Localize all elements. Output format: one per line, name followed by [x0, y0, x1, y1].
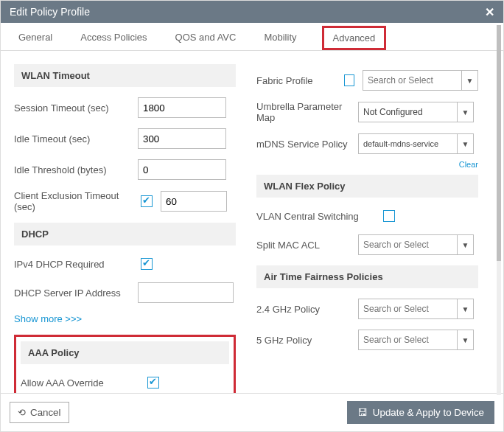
section-wlan-timeout: WLAN Timeout [14, 64, 236, 87]
close-icon[interactable]: ✕ [485, 5, 494, 19]
session-timeout-label: Session Timeout (sec) [14, 102, 132, 114]
aaa-override-checkbox[interactable] [147, 377, 159, 389]
fabric-profile-dropdown-icon[interactable]: ▼ [462, 70, 478, 91]
section-wlan-flex: WLAN Flex Policy [256, 175, 478, 198]
apply-button[interactable]: 🖫 Update & Apply to Device [347, 401, 494, 424]
dhcp-server-input[interactable] [138, 282, 234, 303]
cancel-button[interactable]: ⟲ Cancel [10, 402, 69, 423]
scrollbar-thumb[interactable] [497, 25, 501, 261]
fabric-profile-checkbox[interactable] [344, 74, 354, 86]
ipv4-dhcp-checkbox[interactable] [141, 258, 153, 270]
window-title: Edit Policy Profile [10, 6, 90, 18]
fabric-profile-label: Fabric Profile [256, 75, 335, 86]
idle-timeout-label: Idle Timeout (sec) [14, 133, 132, 144]
titlebar: Edit Policy Profile ✕ [1, 1, 503, 23]
split-mac-dropdown-icon[interactable]: ▼ [458, 234, 474, 255]
session-timeout-input[interactable] [138, 97, 226, 118]
undo-icon: ⟲ [18, 407, 26, 418]
mdns-select[interactable] [358, 133, 458, 154]
24ghz-dropdown-icon[interactable]: ▼ [458, 299, 474, 319]
tab-access-policies[interactable]: Access Policies [77, 26, 150, 50]
aaa-override-label: Allow AAA Override [21, 377, 139, 389]
umbrella-label: Umbrella Parameter Map [256, 101, 352, 123]
tab-bar: General Access Policies QOS and AVC Mobi… [1, 23, 503, 51]
idle-threshold-label: Idle Threshold (bytes) [14, 164, 132, 175]
aaa-highlight-box: AAA Policy Allow AAA Override [14, 335, 236, 393]
fabric-profile-select[interactable] [363, 70, 462, 91]
section-dhcp: DHCP [14, 223, 236, 245]
save-icon: 🖫 [357, 407, 367, 418]
5ghz-label: 5 GHz Policy [256, 335, 352, 346]
mdns-label: mDNS Service Policy [256, 139, 352, 150]
modal: Edit Policy Profile ✕ General Access Pol… [0, 0, 504, 432]
5ghz-select[interactable] [358, 330, 458, 350]
cancel-button-label: Cancel [30, 407, 61, 418]
tab-mobility[interactable]: Mobility [261, 26, 299, 50]
idle-timeout-input[interactable] [138, 128, 226, 149]
idle-threshold-input[interactable] [138, 159, 226, 180]
client-exclusion-label: Client Exclusion Timeout (sec) [14, 190, 132, 212]
umbrella-select[interactable] [358, 102, 458, 122]
client-exclusion-checkbox[interactable] [141, 195, 153, 207]
client-exclusion-input[interactable] [161, 191, 227, 212]
tab-advanced[interactable]: Advanced [322, 26, 387, 50]
5ghz-dropdown-icon[interactable]: ▼ [458, 330, 474, 350]
split-mac-select[interactable] [358, 234, 458, 255]
tab-qos-avc[interactable]: QOS and AVC [172, 26, 239, 50]
split-mac-label: Split MAC ACL [256, 240, 352, 251]
umbrella-dropdown-icon[interactable]: ▼ [458, 102, 474, 122]
ipv4-dhcp-label: IPv4 DHCP Required [14, 259, 132, 270]
apply-button-label: Update & Apply to Device [373, 407, 484, 418]
dhcp-server-label: DHCP Server IP Address [14, 288, 132, 299]
section-atf: Air Time Fairness Policies [256, 265, 478, 288]
mdns-dropdown-icon[interactable]: ▼ [458, 133, 474, 154]
mdns-clear-link[interactable]: Clear [256, 160, 478, 169]
scrollbar-track[interactable] [497, 25, 501, 395]
section-aaa: AAA Policy [21, 341, 229, 364]
24ghz-label: 2.4 GHz Policy [256, 304, 352, 315]
24ghz-select[interactable] [358, 299, 458, 319]
modal-body: WLAN Timeout Session Timeout (sec) Idle … [1, 51, 503, 393]
vlan-central-checkbox[interactable] [383, 210, 395, 222]
right-column: Fabric Profile ▼ Umbrella Parameter Map … [256, 58, 489, 393]
show-more-link[interactable]: Show more >>> [14, 313, 82, 324]
vlan-central-label: VLAN Central Switching [256, 211, 374, 222]
footer: ⟲ Cancel 🖫 Update & Apply to Device [1, 393, 503, 431]
tab-general[interactable]: General [15, 26, 55, 50]
left-column: WLAN Timeout Session Timeout (sec) Idle … [7, 58, 236, 393]
